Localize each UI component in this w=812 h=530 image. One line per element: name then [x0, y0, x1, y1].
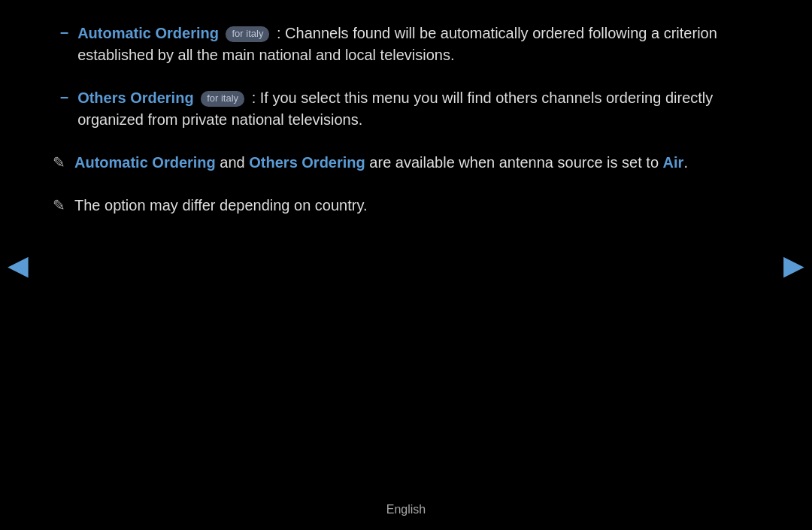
others-ordering-label-1: Others Ordering — [77, 89, 193, 106]
note1-conjunction: and — [220, 154, 249, 171]
note-item-1: ✎ Automatic Ordering and Others Ordering… — [45, 152, 767, 174]
others-ordering-label-2: Others Ordering — [249, 154, 365, 171]
language-label: English — [386, 503, 426, 516]
note-icon-1: ✎ — [53, 153, 65, 171]
nav-arrow-right[interactable]: ▶ — [783, 250, 804, 281]
main-content: – Automatic Ordering for italy : Channel… — [45, 0, 767, 233]
note-text-1: Automatic Ordering and Others Ordering a… — [74, 152, 688, 174]
bullet-text-1: Automatic Ordering for italy : Channels … — [77, 23, 767, 66]
dash-2: – — [60, 88, 68, 105]
note-text-2: The option may differ depending on count… — [74, 195, 368, 217]
bullet-item-2: – Others Ordering for italy : If you sel… — [45, 87, 767, 131]
note-icon-2: ✎ — [53, 196, 65, 214]
badge-1: for italy — [226, 26, 269, 42]
bullet-item-1: – Automatic Ordering for italy : Channel… — [45, 23, 767, 66]
dash-1: – — [60, 23, 68, 41]
footer: English — [0, 503, 812, 516]
note1-period: . — [683, 154, 688, 171]
auto-ordering-label-2: Automatic Ordering — [74, 154, 216, 171]
note1-text: are available when antenna source is set… — [369, 154, 662, 171]
auto-ordering-label-1: Automatic Ordering — [77, 25, 219, 41]
nav-arrow-left[interactable]: ◀ — [8, 250, 29, 281]
bullet-text-2: Others Ordering for italy : If you selec… — [77, 87, 767, 131]
badge-2: for italy — [201, 91, 244, 107]
air-label: Air — [663, 154, 684, 171]
note-item-2: ✎ The option may differ depending on cou… — [45, 195, 767, 217]
